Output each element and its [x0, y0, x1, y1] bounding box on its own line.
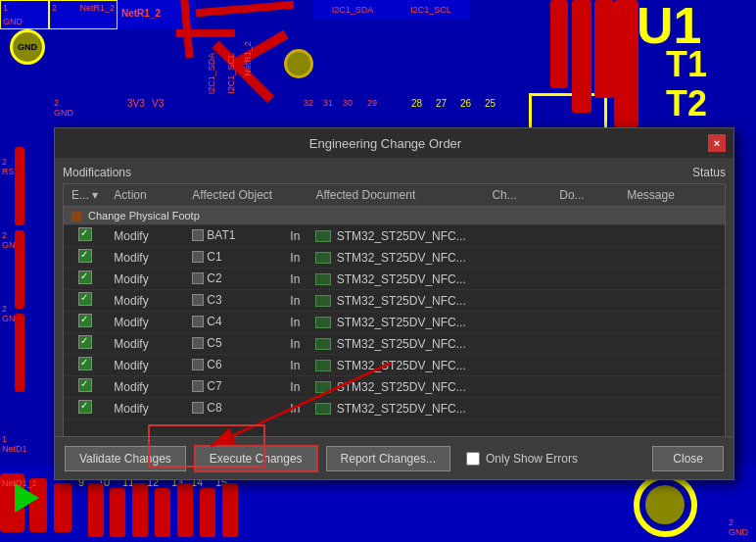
- row-in: In: [282, 312, 307, 333]
- row-in: In: [282, 290, 307, 312]
- row-document: STM32_ST25DV_NFC...: [307, 355, 484, 376]
- doc-icon: [315, 295, 331, 307]
- row-do: [551, 225, 619, 247]
- row-ch: [484, 333, 551, 355]
- row-object: C6: [184, 355, 282, 376]
- component-icon: [192, 316, 204, 327]
- row-ch: [484, 398, 551, 419]
- row-document: STM32_ST25DV_NFC...: [307, 312, 484, 333]
- row-checkbox-cell[interactable]: [64, 247, 106, 269]
- row-do: [551, 269, 619, 290]
- group-row: Change Physical Footp: [64, 207, 725, 225]
- row-message: [619, 333, 725, 355]
- validate-changes-button[interactable]: Validate Changes: [65, 446, 186, 471]
- checkbox-icon: [78, 314, 92, 327]
- row-checkbox-cell[interactable]: [64, 269, 106, 290]
- row-message: [619, 290, 725, 312]
- checkbox-icon: [78, 292, 92, 306]
- row-checkbox-cell[interactable]: [64, 312, 106, 333]
- row-message: [619, 398, 725, 419]
- row-in: In: [282, 333, 307, 355]
- row-checkbox-cell[interactable]: [64, 398, 106, 419]
- table-row: Modify C8 In STM32_ST25DV_NFC...: [64, 398, 725, 419]
- only-errors-checkbox[interactable]: [466, 452, 480, 466]
- row-object: C5: [184, 333, 282, 355]
- row-message: [619, 225, 725, 247]
- row-object: C7: [184, 376, 282, 398]
- dialog-titlebar: Engineering Change Order ×: [55, 128, 733, 158]
- close-footer-button[interactable]: Close: [652, 446, 724, 471]
- col-message: Message: [619, 184, 725, 207]
- doc-icon: [315, 338, 331, 350]
- row-action: Modify: [106, 355, 184, 376]
- doc-icon: [315, 230, 331, 242]
- row-ch: [484, 312, 551, 333]
- table-row: Modify C2 In STM32_ST25DV_NFC...: [64, 269, 725, 290]
- row-ch: [484, 376, 551, 398]
- row-object: BAT1: [184, 225, 282, 247]
- row-checkbox-cell[interactable]: [64, 333, 106, 355]
- row-document: STM32_ST25DV_NFC...: [307, 269, 484, 290]
- row-message: [619, 355, 725, 376]
- row-in: In: [282, 355, 307, 376]
- row-ch: [484, 247, 551, 269]
- pcb-label-t1: T1: [666, 47, 707, 82]
- checkbox-icon: [78, 227, 92, 241]
- row-action: Modify: [106, 225, 184, 247]
- row-in: In: [282, 269, 307, 290]
- row-document: STM32_ST25DV_NFC...: [307, 247, 484, 269]
- table-row: Modify C4 In STM32_ST25DV_NFC...: [64, 312, 725, 333]
- row-in: In: [282, 398, 307, 419]
- component-icon: [192, 229, 204, 241]
- row-document: STM32_ST25DV_NFC...: [307, 225, 484, 247]
- row-object: C4: [184, 312, 282, 333]
- col-do: Do...: [551, 184, 619, 207]
- row-message: [619, 247, 725, 269]
- row-ch: [484, 269, 551, 290]
- group-label: Change Physical Footp: [88, 210, 200, 222]
- only-errors-label: Only Show Errors: [466, 452, 578, 466]
- row-checkbox-cell[interactable]: [64, 290, 106, 312]
- row-ch: [484, 290, 551, 312]
- row-document: STM32_ST25DV_NFC...: [307, 376, 484, 398]
- row-object: C8: [184, 398, 282, 419]
- row-action: Modify: [106, 247, 184, 269]
- table-row: Modify BAT1 In STM32_ST25DV_NFC...: [64, 225, 725, 247]
- doc-icon: [315, 360, 331, 371]
- component-icon: [192, 294, 204, 306]
- row-action: Modify: [106, 290, 184, 312]
- col-ch: Ch...: [484, 184, 551, 207]
- table-header-row: E... ▾ Action Affected Object Affected D…: [64, 184, 725, 207]
- row-action: Modify: [106, 333, 184, 355]
- row-action: Modify: [106, 376, 184, 398]
- row-ch: [484, 355, 551, 376]
- row-message: [619, 312, 725, 333]
- row-message: [619, 269, 725, 290]
- row-in: In: [282, 225, 307, 247]
- doc-icon: [315, 403, 331, 415]
- row-message: [619, 376, 725, 398]
- row-checkbox-cell[interactable]: [64, 376, 106, 398]
- report-changes-button[interactable]: Report Changes...: [326, 446, 450, 471]
- row-object: C3: [184, 290, 282, 312]
- table-row: Modify C5 In STM32_ST25DV_NFC...: [64, 333, 725, 355]
- doc-icon: [315, 381, 331, 393]
- component-icon: [192, 337, 204, 349]
- row-checkbox-cell[interactable]: [64, 355, 106, 376]
- row-checkbox-cell[interactable]: [64, 225, 106, 247]
- dialog-title: Engineering Change Order: [63, 136, 708, 151]
- row-object: C2: [184, 269, 282, 290]
- row-action: Modify: [106, 312, 184, 333]
- modifications-label: Modifications: [63, 166, 131, 179]
- execute-changes-button[interactable]: Execute Changes: [194, 445, 318, 472]
- changes-table-container[interactable]: E... ▾ Action Affected Object Affected D…: [63, 183, 726, 444]
- table-row: Modify C3 In STM32_ST25DV_NFC...: [64, 290, 725, 312]
- table-row: Modify C1 In STM32_ST25DV_NFC...: [64, 247, 725, 269]
- doc-icon: [315, 252, 331, 264]
- table-row: Modify C6 In STM32_ST25DV_NFC...: [64, 355, 725, 376]
- close-button[interactable]: ×: [708, 134, 726, 152]
- component-icon: [192, 272, 204, 284]
- engineering-change-order-dialog: Engineering Change Order × Modifications…: [54, 127, 734, 480]
- row-action: Modify: [106, 398, 184, 419]
- checkbox-icon: [78, 400, 92, 414]
